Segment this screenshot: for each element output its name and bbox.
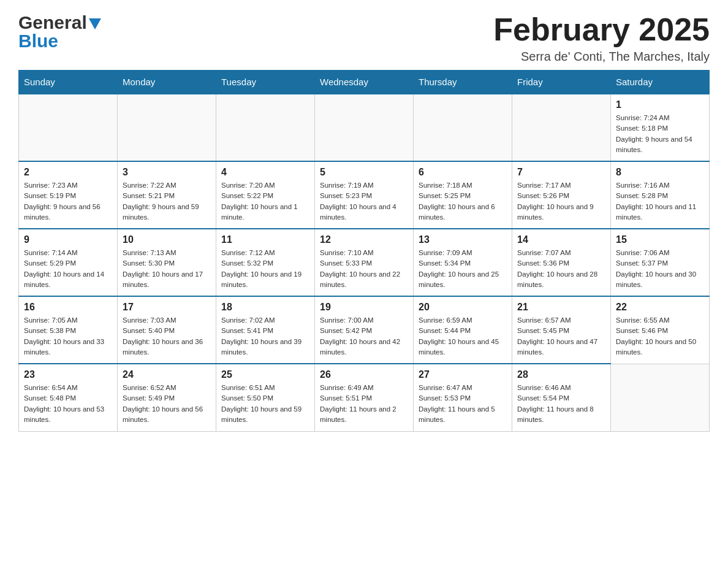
calendar-cell: 5Sunrise: 7:19 AM Sunset: 5:23 PM Daylig… [315, 161, 414, 229]
calendar-cell: 17Sunrise: 7:03 AM Sunset: 5:40 PM Dayli… [118, 296, 216, 364]
calendar-cell [19, 94, 118, 161]
column-header-thursday: Thursday [414, 71, 512, 94]
day-number: 5 [320, 167, 408, 178]
calendar-cell: 9Sunrise: 7:14 AM Sunset: 5:29 PM Daylig… [19, 229, 118, 296]
week-row-2: 2Sunrise: 7:23 AM Sunset: 5:19 PM Daylig… [19, 161, 710, 229]
calendar-cell: 14Sunrise: 7:07 AM Sunset: 5:36 PM Dayli… [512, 229, 611, 296]
calendar-cell: 26Sunrise: 6:49 AM Sunset: 5:51 PM Dayli… [315, 364, 414, 431]
calendar-cell [118, 94, 216, 161]
day-number: 13 [419, 234, 507, 245]
day-info: Sunrise: 7:18 AM Sunset: 5:25 PM Dayligh… [419, 180, 507, 223]
logo: General Blue [18, 12, 101, 52]
calendar-cell: 24Sunrise: 6:52 AM Sunset: 5:49 PM Dayli… [118, 364, 216, 431]
day-info: Sunrise: 7:14 AM Sunset: 5:29 PM Dayligh… [24, 248, 112, 290]
calendar-cell: 15Sunrise: 7:06 AM Sunset: 5:37 PM Dayli… [611, 229, 710, 296]
day-number: 15 [616, 234, 704, 245]
column-header-wednesday: Wednesday [315, 71, 414, 94]
day-info: Sunrise: 7:22 AM Sunset: 5:21 PM Dayligh… [123, 180, 211, 223]
day-number: 25 [221, 369, 309, 380]
day-info: Sunrise: 7:02 AM Sunset: 5:41 PM Dayligh… [221, 315, 309, 358]
day-info: Sunrise: 7:19 AM Sunset: 5:23 PM Dayligh… [320, 180, 408, 223]
day-info: Sunrise: 7:03 AM Sunset: 5:40 PM Dayligh… [123, 315, 211, 358]
day-number: 2 [24, 167, 112, 178]
column-header-monday: Monday [118, 71, 216, 94]
column-header-tuesday: Tuesday [216, 71, 315, 94]
calendar-cell [315, 94, 414, 161]
day-number: 27 [419, 369, 507, 380]
day-info: Sunrise: 7:23 AM Sunset: 5:19 PM Dayligh… [24, 180, 112, 223]
day-info: Sunrise: 7:05 AM Sunset: 5:38 PM Dayligh… [24, 315, 112, 358]
calendar-cell: 12Sunrise: 7:10 AM Sunset: 5:33 PM Dayli… [315, 229, 414, 296]
day-info: Sunrise: 6:46 AM Sunset: 5:54 PM Dayligh… [517, 383, 605, 425]
day-number: 22 [616, 302, 704, 313]
calendar-cell: 25Sunrise: 6:51 AM Sunset: 5:50 PM Dayli… [216, 364, 315, 431]
day-number: 20 [419, 302, 507, 313]
day-info: Sunrise: 7:12 AM Sunset: 5:32 PM Dayligh… [221, 248, 309, 290]
day-info: Sunrise: 7:10 AM Sunset: 5:33 PM Dayligh… [320, 248, 408, 290]
day-number: 4 [221, 167, 309, 178]
day-number: 6 [419, 167, 507, 178]
day-info: Sunrise: 7:09 AM Sunset: 5:34 PM Dayligh… [419, 248, 507, 290]
week-row-3: 9Sunrise: 7:14 AM Sunset: 5:29 PM Daylig… [19, 229, 710, 296]
day-info: Sunrise: 6:52 AM Sunset: 5:49 PM Dayligh… [123, 383, 211, 425]
calendar-cell: 3Sunrise: 7:22 AM Sunset: 5:21 PM Daylig… [118, 161, 216, 229]
day-info: Sunrise: 6:51 AM Sunset: 5:50 PM Dayligh… [221, 383, 309, 425]
calendar-cell [512, 94, 611, 161]
logo-blue-text: Blue [18, 31, 58, 52]
day-number: 3 [123, 167, 211, 178]
day-number: 16 [24, 302, 112, 313]
day-number: 18 [221, 302, 309, 313]
column-header-sunday: Sunday [19, 71, 118, 94]
day-info: Sunrise: 6:57 AM Sunset: 5:45 PM Dayligh… [517, 315, 605, 358]
day-number: 11 [221, 234, 309, 245]
week-row-5: 23Sunrise: 6:54 AM Sunset: 5:48 PM Dayli… [19, 364, 710, 431]
day-number: 9 [24, 234, 112, 245]
calendar-cell: 13Sunrise: 7:09 AM Sunset: 5:34 PM Dayli… [414, 229, 512, 296]
logo-triangle-icon [89, 18, 101, 29]
day-info: Sunrise: 7:24 AM Sunset: 5:18 PM Dayligh… [616, 113, 704, 155]
calendar-cell: 20Sunrise: 6:59 AM Sunset: 5:44 PM Dayli… [414, 296, 512, 364]
day-number: 10 [123, 234, 211, 245]
title-area: February 2025 Serra de' Conti, The March… [493, 12, 710, 64]
day-info: Sunrise: 7:17 AM Sunset: 5:26 PM Dayligh… [517, 180, 605, 223]
calendar-cell: 2Sunrise: 7:23 AM Sunset: 5:19 PM Daylig… [19, 161, 118, 229]
day-number: 12 [320, 234, 408, 245]
month-title: February 2025 [493, 12, 710, 47]
calendar-cell: 21Sunrise: 6:57 AM Sunset: 5:45 PM Dayli… [512, 296, 611, 364]
day-number: 14 [517, 234, 605, 245]
calendar-cell: 8Sunrise: 7:16 AM Sunset: 5:28 PM Daylig… [611, 161, 710, 229]
day-number: 7 [517, 167, 605, 178]
calendar-cell: 1Sunrise: 7:24 AM Sunset: 5:18 PM Daylig… [611, 94, 710, 161]
calendar-cell [216, 94, 315, 161]
day-info: Sunrise: 6:55 AM Sunset: 5:46 PM Dayligh… [616, 315, 704, 358]
day-info: Sunrise: 7:16 AM Sunset: 5:28 PM Dayligh… [616, 180, 704, 223]
day-info: Sunrise: 6:54 AM Sunset: 5:48 PM Dayligh… [24, 383, 112, 425]
day-info: Sunrise: 7:00 AM Sunset: 5:42 PM Dayligh… [320, 315, 408, 358]
calendar-cell: 28Sunrise: 6:46 AM Sunset: 5:54 PM Dayli… [512, 364, 611, 431]
day-number: 19 [320, 302, 408, 313]
day-number: 21 [517, 302, 605, 313]
calendar-cell: 10Sunrise: 7:13 AM Sunset: 5:30 PM Dayli… [118, 229, 216, 296]
week-row-4: 16Sunrise: 7:05 AM Sunset: 5:38 PM Dayli… [19, 296, 710, 364]
page-header: General Blue February 2025 Serra de' Con… [18, 12, 710, 64]
column-header-friday: Friday [512, 71, 611, 94]
day-number: 1 [616, 99, 704, 110]
calendar-cell: 4Sunrise: 7:20 AM Sunset: 5:22 PM Daylig… [216, 161, 315, 229]
day-number: 24 [123, 369, 211, 380]
logo-general-text: General [18, 12, 87, 33]
calendar-cell: 19Sunrise: 7:00 AM Sunset: 5:42 PM Dayli… [315, 296, 414, 364]
calendar-cell: 22Sunrise: 6:55 AM Sunset: 5:46 PM Dayli… [611, 296, 710, 364]
day-info: Sunrise: 6:47 AM Sunset: 5:53 PM Dayligh… [419, 383, 507, 425]
calendar-cell [611, 364, 710, 431]
day-number: 17 [123, 302, 211, 313]
day-info: Sunrise: 6:49 AM Sunset: 5:51 PM Dayligh… [320, 383, 408, 425]
day-info: Sunrise: 7:06 AM Sunset: 5:37 PM Dayligh… [616, 248, 704, 290]
calendar-cell: 16Sunrise: 7:05 AM Sunset: 5:38 PM Dayli… [19, 296, 118, 364]
calendar-cell [414, 94, 512, 161]
calendar-cell: 6Sunrise: 7:18 AM Sunset: 5:25 PM Daylig… [414, 161, 512, 229]
column-header-saturday: Saturday [611, 71, 710, 94]
calendar-cell: 11Sunrise: 7:12 AM Sunset: 5:32 PM Dayli… [216, 229, 315, 296]
calendar-header-row: SundayMondayTuesdayWednesdayThursdayFrid… [19, 71, 710, 94]
day-number: 8 [616, 167, 704, 178]
calendar-cell: 18Sunrise: 7:02 AM Sunset: 5:41 PM Dayli… [216, 296, 315, 364]
